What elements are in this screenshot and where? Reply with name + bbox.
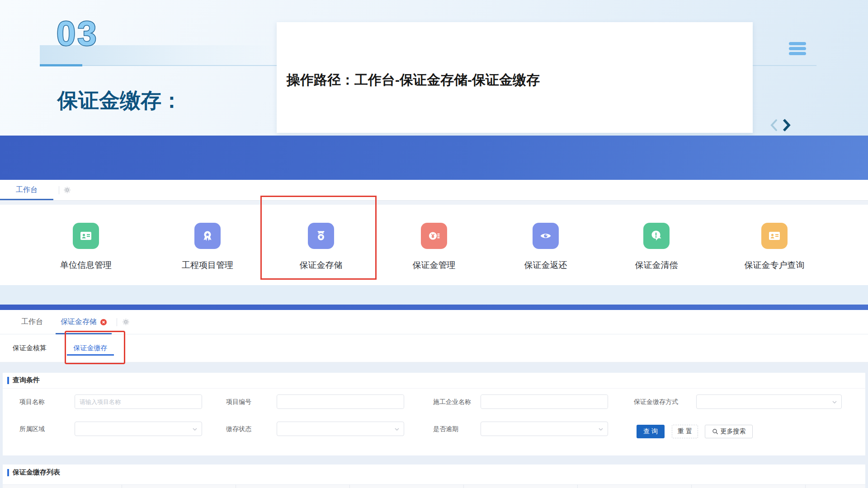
app-label: 保证金专户查询 xyxy=(745,259,805,271)
annotation-box-deposit-payment-subtab xyxy=(65,331,125,364)
chevron-down-icon xyxy=(832,399,837,405)
chevron-down-icon xyxy=(598,427,604,432)
company-name-field xyxy=(481,394,608,409)
deposit-status-select[interactable] xyxy=(277,422,404,436)
more-search-button[interactable]: 更多搜索 xyxy=(705,425,753,438)
project-no-label: 项目编号 xyxy=(226,394,251,409)
chevron-down-icon xyxy=(192,427,198,432)
gear-icon[interactable] xyxy=(63,186,71,196)
step-title: 保证金缴存： xyxy=(57,87,182,115)
eye-icon xyxy=(533,223,559,249)
next-arrow-icon[interactable] xyxy=(782,118,791,132)
title-accent-bar xyxy=(7,377,9,384)
app-special-account-query[interactable]: 保证金专户查询 xyxy=(729,223,820,271)
search-icon xyxy=(712,428,718,435)
app-deposit-refund[interactable]: 保证金返还 xyxy=(500,223,591,271)
app-deposit-settlement[interactable]: 保证金清偿 xyxy=(611,223,702,271)
operation-path-card: 操作路径：工作台-保证金存储-保证金缴存 xyxy=(277,22,753,133)
app-unit-info[interactable]: 单位信息管理 xyxy=(41,223,131,271)
project-no-input[interactable] xyxy=(277,395,404,408)
chevron-down-icon xyxy=(394,427,400,432)
subtab-deposit-accounting[interactable]: 保证金核算 xyxy=(13,334,47,362)
region-select[interactable] xyxy=(75,422,202,436)
query-conditions-card: 查询条件 项目名称 项目编号 施工企业名称 保证金缴存方式 所属区域 xyxy=(3,373,865,455)
gear-icon[interactable] xyxy=(122,318,130,328)
overdue-label: 是否逾期 xyxy=(433,422,458,436)
annotation-box-deposit-storage-app xyxy=(260,196,377,280)
tab-label: 工作台 xyxy=(21,317,43,327)
panel-gap xyxy=(0,201,868,205)
slide-canvas: 03 保证金缴存： 操作路径：工作台-保证金存储-保证金缴存 成都市农民工工资保… xyxy=(0,0,868,488)
company-name-input[interactable] xyxy=(481,395,608,408)
idcard-icon xyxy=(761,223,788,249)
prev-arrow-icon[interactable] xyxy=(770,119,778,131)
section-gap xyxy=(0,285,868,305)
title-accent-bar xyxy=(7,469,9,476)
tab-separator xyxy=(59,186,59,194)
overdue-select[interactable] xyxy=(481,422,608,436)
section-divider xyxy=(3,388,865,389)
search-button[interactable]: 查 询 xyxy=(637,425,665,438)
tab-separator xyxy=(117,318,117,326)
subtab-label: 保证金核算 xyxy=(13,344,47,352)
module-subtabs: 保证金核算 保证金缴存 xyxy=(0,334,868,362)
app-label: 保证金返还 xyxy=(524,259,567,271)
section-title-text: 保证金缴存列表 xyxy=(13,468,60,477)
operation-path-text: 操作路径：工作台-保证金存储-保证金缴存 xyxy=(287,71,540,89)
chat-alert-icon xyxy=(643,223,670,249)
step-number: 03 xyxy=(57,14,99,53)
app-label: 单位信息管理 xyxy=(60,259,112,271)
app-label: 保证金清偿 xyxy=(635,259,678,271)
more-search-label: 更多搜索 xyxy=(721,427,746,436)
app-deposit-mgmt[interactable]: 保证金管理 xyxy=(389,223,479,271)
deposit-list-card: 保证金缴存列表 xyxy=(3,465,865,488)
deposit-module-panel: 工作台 保证金存储 保证金核算 保证金缴存 xyxy=(0,310,868,488)
workbench-tabbar: 工作台 xyxy=(0,180,868,201)
deposit-method-select[interactable] xyxy=(696,394,842,409)
system-header: 成都市农民工工资保证金综合服务系统 工程有限公司 返回首页 消息 xyxy=(0,136,868,180)
table-header-strip xyxy=(3,484,865,488)
query-section-title: 查询条件 xyxy=(7,376,40,385)
tab-workbench[interactable]: 工作台 xyxy=(9,310,55,334)
app-project-mgmt[interactable]: 工程项目管理 xyxy=(162,223,253,271)
menu-icon[interactable] xyxy=(789,42,806,57)
company-name-label: 施工企业名称 xyxy=(433,394,471,409)
list-section-title: 保证金缴存列表 xyxy=(7,468,60,477)
project-no-field xyxy=(277,394,404,409)
tab-workbench[interactable]: 工作台 xyxy=(0,180,53,200)
search-button-label: 查 询 xyxy=(643,427,658,436)
workbench-app-grid: 单位信息管理 工程项目管理 保证金存储 xyxy=(0,205,868,285)
close-tab-icon[interactable] xyxy=(100,319,107,325)
deposit-status-label: 缴存状态 xyxy=(226,422,251,436)
app-label: 工程项目管理 xyxy=(182,259,233,271)
second-screenshot-header-strip xyxy=(0,305,868,310)
project-name-label: 项目名称 xyxy=(19,394,45,409)
coin-icon xyxy=(421,223,447,249)
reset-button-label: 重 置 xyxy=(678,427,692,436)
tab-workbench-label: 工作台 xyxy=(16,185,38,195)
project-name-field xyxy=(75,394,202,409)
module-tabbar: 工作台 保证金存储 xyxy=(0,310,868,334)
divider-line-accent xyxy=(40,64,82,66)
idcard-icon xyxy=(73,223,99,249)
app-label: 保证金管理 xyxy=(413,259,456,271)
deposit-method-label: 保证金缴存方式 xyxy=(634,394,678,409)
project-name-input[interactable] xyxy=(75,395,202,408)
region-label: 所属区域 xyxy=(19,422,45,436)
tab-label: 保证金存储 xyxy=(61,317,97,327)
slide-top-section: 03 保证金缴存： 操作路径：工作台-保证金存储-保证金缴存 xyxy=(0,0,868,136)
medal-icon xyxy=(194,223,221,249)
section-title-text: 查询条件 xyxy=(13,376,40,385)
reset-button[interactable]: 重 置 xyxy=(672,425,698,438)
